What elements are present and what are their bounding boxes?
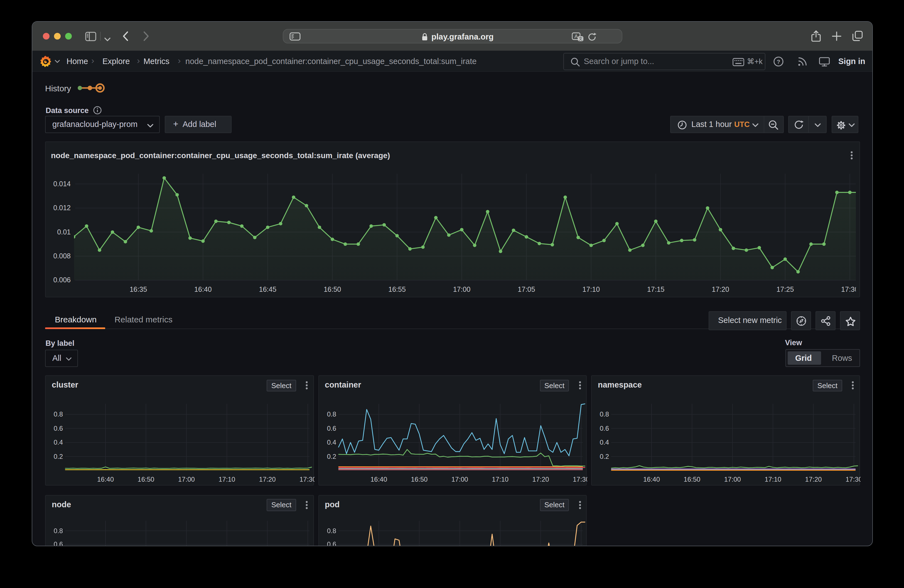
- svg-text:0.4: 0.4: [600, 439, 609, 446]
- svg-text:0.6: 0.6: [54, 540, 63, 546]
- svg-text:17:20: 17:20: [259, 476, 276, 483]
- svg-text:0.8: 0.8: [600, 411, 609, 418]
- svg-text:0.6: 0.6: [327, 425, 336, 432]
- svg-text:0.8: 0.8: [327, 411, 336, 418]
- svg-text:17:00: 17:00: [724, 476, 741, 483]
- svg-text:17:00: 17:00: [453, 285, 471, 293]
- svg-text:0.8: 0.8: [54, 411, 63, 418]
- svg-text:文: 文: [578, 36, 583, 41]
- svg-text:16:40: 16:40: [643, 476, 660, 483]
- svg-text:17:20: 17:20: [805, 476, 822, 483]
- svg-text:0.2: 0.2: [327, 453, 336, 460]
- svg-text:0.006: 0.006: [53, 276, 71, 284]
- svg-text:17:00: 17:00: [451, 476, 468, 483]
- svg-text:17:10: 17:10: [492, 476, 508, 483]
- svg-text:16:40: 16:40: [370, 476, 387, 483]
- svg-text:16:50: 16:50: [137, 476, 154, 483]
- svg-text:0.4: 0.4: [327, 439, 336, 446]
- svg-text:0.8: 0.8: [327, 527, 336, 534]
- svg-text:0.2: 0.2: [54, 453, 63, 460]
- svg-text:?: ?: [777, 58, 781, 65]
- svg-text:0.2: 0.2: [600, 453, 609, 460]
- svg-text:16:50: 16:50: [411, 476, 427, 483]
- svg-text:17:30: 17:30: [841, 285, 859, 293]
- svg-text:17:10: 17:10: [218, 476, 235, 483]
- svg-text:0.012: 0.012: [53, 204, 71, 212]
- svg-text:17:10: 17:10: [765, 476, 781, 483]
- svg-text:17:10: 17:10: [583, 285, 600, 293]
- svg-text:17:20: 17:20: [712, 285, 729, 293]
- svg-text:0.6: 0.6: [54, 425, 63, 432]
- svg-text:0.6: 0.6: [600, 425, 609, 432]
- svg-text:16:55: 16:55: [388, 285, 406, 293]
- svg-text:17:05: 17:05: [518, 285, 535, 293]
- svg-text:17:30: 17:30: [846, 476, 860, 483]
- svg-text:A: A: [574, 33, 578, 39]
- svg-text:17:00: 17:00: [178, 476, 195, 483]
- svg-text:17:20: 17:20: [532, 476, 549, 483]
- svg-text:0.01: 0.01: [57, 228, 71, 236]
- svg-text:16:45: 16:45: [259, 285, 277, 293]
- svg-text:0.008: 0.008: [53, 252, 71, 260]
- svg-text:16:50: 16:50: [324, 285, 341, 293]
- svg-text:0.4: 0.4: [54, 439, 63, 446]
- svg-text:17:25: 17:25: [776, 285, 794, 293]
- svg-text:0.6: 0.6: [327, 540, 336, 546]
- svg-text:16:40: 16:40: [97, 476, 114, 483]
- svg-text:17:30: 17:30: [299, 476, 314, 483]
- svg-text:16:35: 16:35: [130, 285, 147, 293]
- svg-text:16:50: 16:50: [684, 476, 700, 483]
- svg-text:0.014: 0.014: [53, 180, 71, 188]
- svg-text:16:40: 16:40: [194, 285, 212, 293]
- svg-text:17:15: 17:15: [647, 285, 665, 293]
- svg-text:17:30: 17:30: [572, 476, 587, 483]
- svg-text:0.8: 0.8: [54, 527, 63, 534]
